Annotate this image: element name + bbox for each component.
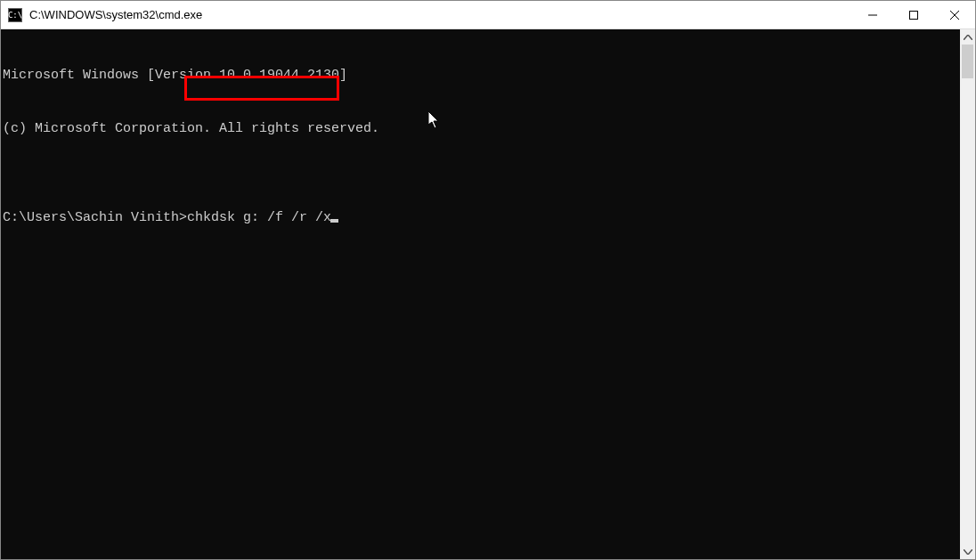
window-controls [852,1,975,28]
close-button[interactable] [934,1,975,28]
scroll-thumb[interactable] [962,45,973,78]
svg-rect-1 [910,11,918,19]
terminal-prompt-line: C:\Users\Sachin Vinith>chkdsk g: /f /r /… [1,209,960,227]
prompt-text: C:\Users\Sachin Vinith> [3,210,187,225]
scroll-track[interactable] [960,45,975,544]
command-text: chkdsk g: /f /r /x [187,210,331,225]
minimize-button[interactable] [852,1,893,28]
text-cursor [330,219,338,223]
scroll-up-arrow-icon[interactable] [960,29,975,45]
content-row: Microsoft Windows [Version 10.0.19044.21… [1,29,975,559]
cmd-window: C:\ C:\WINDOWS\system32\cmd.exe Microsof… [0,0,976,560]
maximize-button[interactable] [893,1,934,28]
terminal-line-copyright: (c) Microsoft Corporation. All rights re… [1,120,960,138]
terminal-line-version: Microsoft Windows [Version 10.0.19044.21… [1,67,960,85]
window-title: C:\WINDOWS\system32\cmd.exe [29,8,852,21]
scroll-down-arrow-icon[interactable] [960,544,975,559]
titlebar[interactable]: C:\ C:\WINDOWS\system32\cmd.exe [1,1,975,29]
vertical-scrollbar[interactable] [960,29,975,559]
terminal-area[interactable]: Microsoft Windows [Version 10.0.19044.21… [1,29,960,559]
cmd-icon: C:\ [8,8,22,22]
